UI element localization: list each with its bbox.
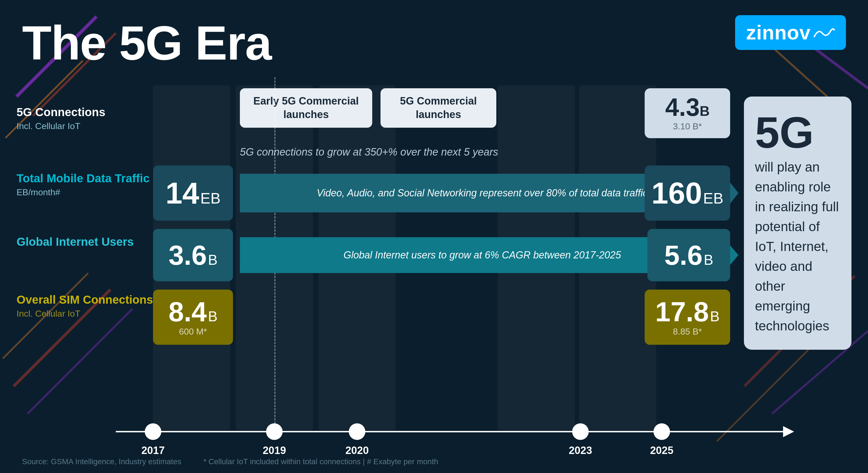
footer: Source: GSMA Intelligence, Industry esti… xyxy=(22,457,846,466)
traffic-start-box: 14 EB xyxy=(153,166,233,220)
label-sim-title: Overall SIM Connections xyxy=(17,292,153,307)
label-internet: Global Internet Users xyxy=(17,234,134,249)
svg-point-15 xyxy=(349,423,365,440)
page-title: The 5G Era xyxy=(22,17,271,70)
label-sim-sub: Incl. Cellular IoT xyxy=(17,308,153,319)
sim-start-sub: 600 M* xyxy=(179,327,207,337)
traffic-end-box: 160 EB xyxy=(645,166,730,220)
sim-end-unit: B xyxy=(710,308,720,325)
logo-text: zinnov xyxy=(746,21,811,44)
year-2023: 2023 xyxy=(569,445,592,456)
sim-start-num: 8.4 xyxy=(168,298,207,325)
label-internet-title: Global Internet Users xyxy=(17,234,134,249)
right-panel-heading: 5G xyxy=(755,110,840,154)
footer-note: * Cellular IoT included within total con… xyxy=(203,457,438,466)
sim-end-num: 17.8 xyxy=(655,298,709,325)
traffic-end-num: 160 xyxy=(652,178,702,208)
label-traffic: Total Mobile Data Traffic EB/month# xyxy=(17,171,150,198)
year-2019: 2019 xyxy=(263,445,286,456)
traffic-bar-text: Video, Audio, and Social Networking repr… xyxy=(306,187,659,199)
label-traffic-title: Total Mobile Data Traffic xyxy=(17,171,150,186)
label-sim: Overall SIM Connections Incl. Cellular I… xyxy=(17,292,153,319)
sim-start-box: 8.4 B 600 M* xyxy=(153,290,233,345)
traffic-start-unit: EB xyxy=(200,189,220,207)
svg-point-16 xyxy=(572,423,589,440)
internet-end-box: 5.6 B xyxy=(647,229,730,281)
sim-start-unit: B xyxy=(208,308,218,325)
growth-text: 5G connections to grow at 350+% over the… xyxy=(240,146,626,158)
internet-start-unit: B xyxy=(208,252,218,268)
year-2020: 2020 xyxy=(345,445,369,456)
svg-marker-12 xyxy=(783,426,794,437)
sim-end-sub: 8.85 B* xyxy=(673,327,702,337)
internet-end-unit: B xyxy=(704,252,713,268)
svg-point-17 xyxy=(653,423,670,440)
right-panel: 5G will play an enabling role in realizi… xyxy=(744,96,851,350)
label-traffic-sub: EB/month# xyxy=(17,187,150,198)
svg-point-13 xyxy=(145,423,161,440)
traffic-end-unit: EB xyxy=(703,189,723,207)
label-5g-connections: 5G Connections Incl. Cellular IoT xyxy=(17,105,105,131)
timeline-svg xyxy=(116,421,805,443)
bubble-43b-num: 4.3 xyxy=(665,95,700,120)
sim-end-box: 17.8 B 8.85 B* xyxy=(645,290,730,345)
bubble-43b: 4.3 B 3.10 B* xyxy=(645,88,730,138)
early-launches-label: Early 5G Commercial launches xyxy=(251,94,361,122)
commercial-launches-label: 5G Commercial launches xyxy=(392,94,485,122)
bubble-43b-unit: B xyxy=(700,103,710,119)
traffic-start-num: 14 xyxy=(165,178,199,208)
zinnov-logo: zinnov xyxy=(735,15,846,50)
label-5g-connections-title: 5G Connections xyxy=(17,105,105,120)
early-launches-box: Early 5G Commercial launches xyxy=(240,88,372,128)
right-panel-text: will play an enabling role in realizing … xyxy=(755,157,840,336)
label-5g-connections-sub: Incl. Cellular IoT xyxy=(17,121,105,131)
internet-end-num: 5.6 xyxy=(664,241,703,269)
logo-wave-icon xyxy=(813,26,835,39)
svg-point-14 xyxy=(266,423,283,440)
year-2025: 2025 xyxy=(650,445,674,456)
internet-start-num: 3.6 xyxy=(168,241,207,269)
bubble-43b-sub: 3.10 B* xyxy=(656,121,719,131)
year-2017: 2017 xyxy=(142,445,165,456)
internet-bar-text: Global Internet users to grow at 6% CAGR… xyxy=(333,249,632,261)
internet-start-box: 3.6 B xyxy=(153,229,233,281)
footer-source: Source: GSMA Intelligence, Industry esti… xyxy=(22,457,181,466)
commercial-launches-box: 5G Commercial launches xyxy=(380,88,496,128)
svg-line-4 xyxy=(28,309,132,414)
